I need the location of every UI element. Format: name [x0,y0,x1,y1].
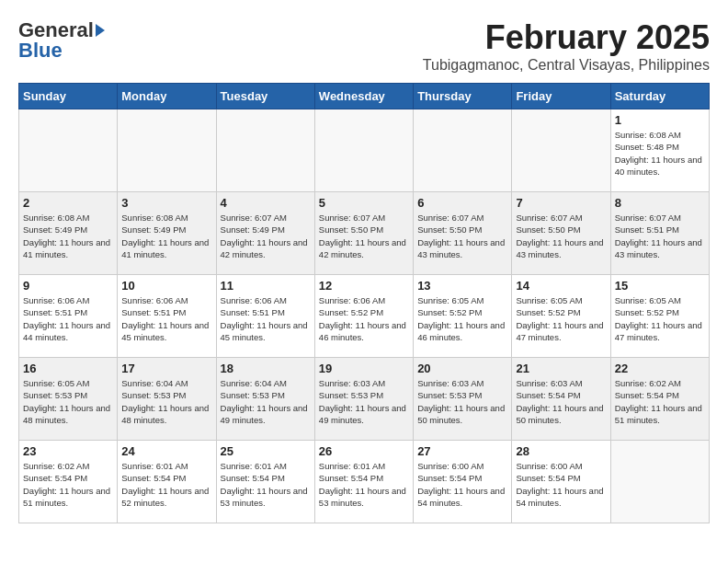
day-number: 6 [417,196,507,210]
calendar-cell: 19Sunrise: 6:03 AM Sunset: 5:53 PM Dayli… [314,358,413,441]
calendar-cell [216,109,314,192]
day-number: 5 [319,196,409,210]
day-number: 23 [23,444,113,458]
calendar-cell: 22Sunrise: 6:02 AM Sunset: 5:54 PM Dayli… [610,358,709,441]
calendar-cell: 3Sunrise: 6:08 AM Sunset: 5:49 PM Daylig… [118,192,216,275]
cell-info: Sunrise: 6:02 AM Sunset: 5:54 PM Dayligh… [615,377,705,426]
cell-info: Sunrise: 6:05 AM Sunset: 5:52 PM Dayligh… [516,294,606,343]
calendar-cell: 7Sunrise: 6:07 AM Sunset: 5:50 PM Daylig… [512,192,610,275]
cell-info: Sunrise: 6:03 AM Sunset: 5:54 PM Dayligh… [516,377,606,426]
day-number: 10 [121,279,211,293]
calendar-cell [414,109,512,192]
day-number: 27 [417,444,507,458]
cell-info: Sunrise: 6:01 AM Sunset: 5:54 PM Dayligh… [121,460,211,509]
calendar-cell: 2Sunrise: 6:08 AM Sunset: 5:49 PM Daylig… [19,192,118,275]
calendar-cell [314,109,413,192]
weekday-header-sunday: Sunday [19,84,118,109]
cell-info: Sunrise: 6:08 AM Sunset: 5:48 PM Dayligh… [615,129,705,178]
cell-info: Sunrise: 6:05 AM Sunset: 5:52 PM Dayligh… [417,294,507,343]
logo: General Blue [18,18,105,63]
calendar-cell [610,441,709,523]
day-number: 25 [221,444,311,458]
calendar-cell: 6Sunrise: 6:07 AM Sunset: 5:50 PM Daylig… [414,192,512,275]
calendar-cell: 11Sunrise: 6:06 AM Sunset: 5:51 PM Dayli… [216,275,314,358]
weekday-header-monday: Monday [118,84,216,109]
calendar-cell: 12Sunrise: 6:06 AM Sunset: 5:52 PM Dayli… [314,275,413,358]
calendar-cell: 21Sunrise: 6:03 AM Sunset: 5:54 PM Dayli… [512,358,610,441]
calendar-cell: 23Sunrise: 6:02 AM Sunset: 5:54 PM Dayli… [19,441,118,523]
day-number: 11 [221,279,311,293]
cell-info: Sunrise: 6:04 AM Sunset: 5:53 PM Dayligh… [121,377,211,426]
cell-info: Sunrise: 6:08 AM Sunset: 5:49 PM Dayligh… [121,212,211,260]
page-header: General Blue February 2025 Tubigagmanoc,… [18,18,710,74]
cell-info: Sunrise: 6:07 AM Sunset: 5:49 PM Dayligh… [221,212,311,260]
day-number: 24 [121,444,211,458]
cell-info: Sunrise: 6:00 AM Sunset: 5:54 PM Dayligh… [516,460,606,509]
calendar-table: SundayMondayTuesdayWednesdayThursdayFrid… [18,83,710,523]
calendar-cell: 25Sunrise: 6:01 AM Sunset: 5:54 PM Dayli… [216,441,314,523]
day-number: 3 [121,196,211,210]
calendar-week-row: 23Sunrise: 6:02 AM Sunset: 5:54 PM Dayli… [19,441,710,523]
cell-info: Sunrise: 6:06 AM Sunset: 5:51 PM Dayligh… [121,294,211,343]
day-number: 9 [23,279,113,293]
calendar-cell: 27Sunrise: 6:00 AM Sunset: 5:54 PM Dayli… [414,441,512,523]
day-number: 19 [319,362,409,375]
cell-info: Sunrise: 6:06 AM Sunset: 5:51 PM Dayligh… [23,294,113,343]
day-number: 4 [221,196,311,210]
day-number: 8 [615,196,705,210]
day-number: 16 [23,362,113,375]
weekday-header-tuesday: Tuesday [216,84,314,109]
calendar-cell: 4Sunrise: 6:07 AM Sunset: 5:49 PM Daylig… [216,192,314,275]
calendar-cell: 18Sunrise: 6:04 AM Sunset: 5:53 PM Dayli… [216,358,314,441]
cell-info: Sunrise: 6:03 AM Sunset: 5:53 PM Dayligh… [319,377,409,426]
day-number: 22 [615,362,705,375]
calendar-cell: 17Sunrise: 6:04 AM Sunset: 5:53 PM Dayli… [118,358,216,441]
calendar-cell: 20Sunrise: 6:03 AM Sunset: 5:53 PM Dayli… [414,358,512,441]
day-number: 14 [516,279,606,293]
cell-info: Sunrise: 6:04 AM Sunset: 5:53 PM Dayligh… [221,377,311,426]
day-number: 20 [417,362,507,375]
day-number: 7 [516,196,606,210]
calendar-week-row: 16Sunrise: 6:05 AM Sunset: 5:53 PM Dayli… [19,358,710,441]
day-number: 28 [516,444,606,458]
calendar-cell: 28Sunrise: 6:00 AM Sunset: 5:54 PM Dayli… [512,441,610,523]
logo-blue: Blue [18,39,63,63]
cell-info: Sunrise: 6:03 AM Sunset: 5:53 PM Dayligh… [417,377,507,426]
calendar-cell: 1Sunrise: 6:08 AM Sunset: 5:48 PM Daylig… [610,109,709,192]
cell-info: Sunrise: 6:07 AM Sunset: 5:50 PM Dayligh… [516,212,606,260]
calendar-cell [118,109,216,192]
calendar-cell: 8Sunrise: 6:07 AM Sunset: 5:51 PM Daylig… [610,192,709,275]
day-number: 15 [615,279,705,293]
cell-info: Sunrise: 6:08 AM Sunset: 5:49 PM Dayligh… [23,212,113,260]
calendar-cell: 5Sunrise: 6:07 AM Sunset: 5:50 PM Daylig… [314,192,413,275]
day-number: 17 [121,362,211,375]
cell-info: Sunrise: 6:05 AM Sunset: 5:53 PM Dayligh… [23,377,113,426]
calendar-cell: 10Sunrise: 6:06 AM Sunset: 5:51 PM Dayli… [118,275,216,358]
calendar-week-row: 9Sunrise: 6:06 AM Sunset: 5:51 PM Daylig… [19,275,710,358]
calendar-cell [512,109,610,192]
day-number: 2 [23,196,113,210]
cell-info: Sunrise: 6:07 AM Sunset: 5:51 PM Dayligh… [615,212,705,260]
cell-info: Sunrise: 6:05 AM Sunset: 5:52 PM Dayligh… [615,294,705,343]
day-number: 1 [615,113,705,127]
day-number: 21 [516,362,606,375]
cell-info: Sunrise: 6:00 AM Sunset: 5:54 PM Dayligh… [417,460,507,509]
calendar-cell: 26Sunrise: 6:01 AM Sunset: 5:54 PM Dayli… [314,441,413,523]
calendar-header-row: SundayMondayTuesdayWednesdayThursdayFrid… [19,84,710,109]
day-number: 26 [319,444,409,458]
location: Tubigagmanoc, Central Visayas, Philippin… [423,57,710,74]
weekday-header-friday: Friday [512,84,610,109]
calendar-cell: 14Sunrise: 6:05 AM Sunset: 5:52 PM Dayli… [512,275,610,358]
cell-info: Sunrise: 6:01 AM Sunset: 5:54 PM Dayligh… [319,460,409,509]
cell-info: Sunrise: 6:06 AM Sunset: 5:52 PM Dayligh… [319,294,409,343]
calendar-week-row: 2Sunrise: 6:08 AM Sunset: 5:49 PM Daylig… [19,192,710,275]
cell-info: Sunrise: 6:07 AM Sunset: 5:50 PM Dayligh… [417,212,507,260]
day-number: 13 [417,279,507,293]
weekday-header-wednesday: Wednesday [314,84,413,109]
title-block: February 2025 Tubigagmanoc, Central Visa… [423,18,710,74]
calendar-cell: 13Sunrise: 6:05 AM Sunset: 5:52 PM Dayli… [414,275,512,358]
weekday-header-saturday: Saturday [610,84,709,109]
calendar-cell: 15Sunrise: 6:05 AM Sunset: 5:52 PM Dayli… [610,275,709,358]
calendar-week-row: 1Sunrise: 6:08 AM Sunset: 5:48 PM Daylig… [19,109,710,192]
calendar-cell: 9Sunrise: 6:06 AM Sunset: 5:51 PM Daylig… [19,275,118,358]
